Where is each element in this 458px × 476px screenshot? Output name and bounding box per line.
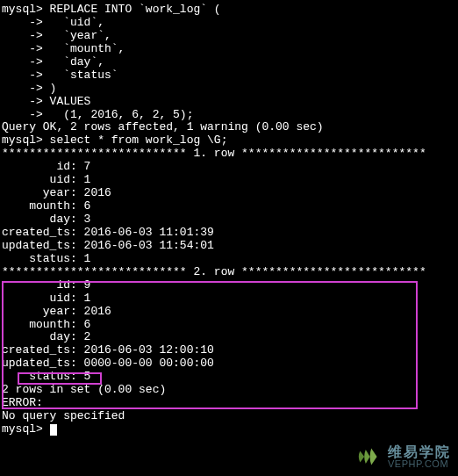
terminal-line: -> `day`, [2, 56, 458, 69]
terminal-line: 2 rows in set (0.00 sec) [2, 384, 458, 397]
terminal-line: -> (1, 2016, 6, 2, 5); [2, 109, 458, 122]
terminal-line: -> `uid`, [2, 17, 458, 30]
terminal-line: year: 2016 [2, 306, 458, 319]
terminal-line: id: 9 [2, 279, 458, 292]
terminal-line: -> `year`, [2, 30, 458, 43]
row-separator: *************************** 1. row *****… [2, 148, 458, 161]
error-message: No query specified [2, 410, 458, 423]
terminal-line: -> `mounth`, [2, 43, 458, 56]
terminal-line: -> VALUES [2, 96, 458, 109]
terminal-line: status: 1 [2, 253, 458, 266]
terminal-line: day: 2 [2, 331, 458, 344]
terminal-line: mysql> REPLACE INTO `work_log` ( [2, 4, 458, 17]
watermark: 维易学院 VEPHP.COM [354, 443, 451, 471]
terminal-line: -> ) [2, 83, 458, 96]
watermark-logo-icon [354, 443, 383, 471]
prompt-line[interactable]: mysql> [2, 423, 458, 436]
terminal-line: mysql> select * from work_log \G; [2, 134, 458, 148]
watermark-url: VEPHP.COM [388, 459, 451, 469]
terminal-line: uid: 1 [2, 174, 458, 187]
watermark-title: 维易学院 [388, 445, 451, 459]
terminal-line: year: 2016 [2, 187, 458, 200]
prompt: mysql> [2, 422, 50, 436]
terminal-line: day: 3 [2, 213, 458, 227]
terminal-line: created_ts: 2016-06-03 12:00:10 [2, 344, 458, 357]
terminal-output[interactable]: mysql> REPLACE INTO `work_log` ( -> `uid… [2, 4, 458, 436]
cursor-icon [50, 424, 57, 436]
terminal-line: Query OK, 2 rows affected, 1 warning (0.… [2, 121, 458, 134]
terminal-line: id: 7 [2, 161, 458, 174]
terminal-line: updated_ts: 0000-00-00 00:00:00 [2, 357, 458, 371]
terminal-line: mounth: 6 [2, 200, 458, 213]
terminal-line: status: 5 [2, 371, 458, 384]
row-separator: *************************** 2. row *****… [2, 266, 458, 279]
terminal-line: -> `status` [2, 69, 458, 83]
terminal-line: created_ts: 2016-06-03 11:01:39 [2, 227, 458, 240]
error-line: ERROR: [2, 397, 458, 410]
terminal-line: updated_ts: 2016-06-03 11:54:01 [2, 240, 458, 253]
terminal-line: mounth: 6 [2, 319, 458, 332]
terminal-line: uid: 1 [2, 292, 458, 306]
